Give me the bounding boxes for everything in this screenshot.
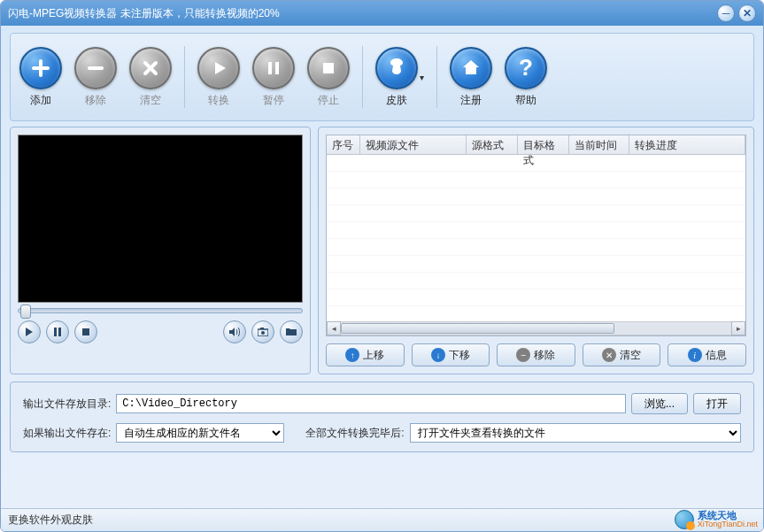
svg-rect-4	[58, 328, 61, 336]
title-bar: 闪电-MPEG视频转换器 未注册版本，只能转换视频的20% ─ ✕	[1, 1, 763, 26]
col-source[interactable]: 视频源文件	[360, 135, 467, 154]
scroll-track[interactable]	[341, 321, 731, 335]
close-button[interactable]: ✕	[738, 4, 756, 22]
play-button[interactable]	[18, 320, 41, 343]
arrow-down-icon: ↓	[431, 348, 445, 362]
after-convert-label: 全部文件转换完毕后:	[305, 426, 404, 441]
help-button[interactable]: ? 帮助	[505, 47, 547, 108]
col-time[interactable]: 当前时间	[569, 135, 629, 154]
browse-button[interactable]: 浏览...	[631, 393, 688, 414]
open-folder-button[interactable]	[280, 320, 303, 343]
pause-icon	[53, 328, 62, 336]
arrow-up-icon: ↑	[345, 348, 359, 362]
scroll-left-button[interactable]: ◂	[327, 321, 341, 335]
minus-icon: −	[516, 348, 530, 362]
open-button[interactable]: 打开	[693, 393, 741, 414]
convert-button[interactable]: 转换	[197, 47, 240, 108]
play-icon	[208, 58, 229, 79]
camera-icon	[258, 328, 268, 336]
stop-icon	[81, 328, 90, 336]
stop-playback-button[interactable]	[74, 320, 97, 343]
stop-icon	[318, 58, 339, 79]
col-srcfmt[interactable]: 源格式	[467, 135, 518, 154]
pause-icon	[263, 58, 284, 79]
svg-rect-1	[275, 62, 279, 74]
minus-icon	[85, 58, 106, 79]
seek-slider[interactable]	[18, 308, 303, 313]
svg-rect-2	[323, 63, 334, 73]
video-preview	[18, 135, 303, 303]
x-icon: ✕	[602, 348, 616, 362]
svg-rect-3	[54, 328, 57, 336]
question-icon: ?	[519, 54, 533, 81]
pause-button[interactable]: 暂停	[252, 47, 295, 108]
preview-panel	[10, 127, 311, 374]
window-title: 闪电-MPEG视频转换器 未注册版本，只能转换视频的20%	[8, 6, 714, 21]
chevron-down-icon[interactable]: ▾	[420, 73, 424, 82]
after-convert-select[interactable]: 打开文件夹查看转换的文件	[410, 423, 741, 443]
if-exists-label: 如果输出文件存在:	[23, 426, 111, 441]
globe-icon	[675, 510, 694, 529]
table-header: 序号 视频源文件 源格式 目标格式 当前时间 转换进度	[327, 135, 745, 155]
app-window: 闪电-MPEG视频转换器 未注册版本，只能转换视频的20% ─ ✕ 添加 移除 …	[0, 0, 764, 532]
col-progress[interactable]: 转换进度	[629, 135, 745, 154]
info-icon: i	[688, 348, 702, 362]
plus-icon	[30, 58, 51, 79]
clear-button[interactable]: 清空	[129, 47, 172, 108]
register-button[interactable]: 注册	[450, 47, 492, 108]
volume-button[interactable]	[223, 320, 246, 343]
speaker-icon	[229, 328, 240, 336]
move-up-button[interactable]: ↑上移	[326, 343, 405, 366]
folder-icon	[286, 328, 297, 336]
main-toolbar: 添加 移除 清空 转换 暂停 停止	[10, 33, 754, 121]
output-dir-input[interactable]	[116, 394, 626, 413]
remove-button[interactable]: 移除	[74, 47, 117, 108]
if-exists-select[interactable]: 自动生成相应的新文件名	[116, 423, 284, 443]
watermark: 系统天地 XiTongTianDi.net	[675, 510, 758, 529]
file-list-panel: 序号 视频源文件 源格式 目标格式 当前时间 转换进度 ◂ ▸ ↑上移 ↓下移 …	[318, 127, 754, 374]
clear-list-button[interactable]: ✕清空	[583, 343, 661, 366]
minimize-button[interactable]: ─	[717, 4, 735, 22]
stop-button[interactable]: 停止	[307, 47, 350, 108]
skin-icon	[384, 56, 409, 81]
pause-playback-button[interactable]	[46, 320, 69, 343]
svg-rect-0	[268, 62, 272, 74]
remove-item-button[interactable]: −移除	[497, 343, 575, 366]
svg-rect-5	[82, 328, 89, 335]
move-down-button[interactable]: ↓下移	[412, 343, 490, 366]
col-seq[interactable]: 序号	[327, 135, 360, 154]
file-table: 序号 视频源文件 源格式 目标格式 当前时间 转换进度 ◂ ▸	[326, 135, 746, 336]
play-icon	[25, 328, 34, 336]
home-icon	[460, 58, 482, 79]
x-icon	[140, 58, 161, 79]
svg-point-7	[261, 331, 265, 335]
toolbar-separator	[436, 46, 437, 108]
add-button[interactable]: 添加	[19, 47, 62, 108]
col-tgtfmt[interactable]: 目标格式	[518, 135, 569, 154]
table-body[interactable]	[327, 155, 745, 321]
svg-rect-8	[260, 328, 264, 329]
status-text: 更换软件外观皮肤	[8, 513, 93, 528]
scroll-right-button[interactable]: ▸	[731, 321, 745, 335]
scroll-thumb[interactable]	[341, 323, 614, 334]
output-dir-label: 输出文件存放目录:	[23, 397, 111, 412]
toolbar-separator	[362, 46, 363, 108]
skin-button[interactable]: 皮肤	[375, 47, 418, 108]
toolbar-separator	[184, 46, 185, 108]
status-bar: 更换软件外观皮肤 系统天地 XiTongTianDi.net	[1, 508, 763, 531]
output-panel: 输出文件存放目录: 浏览... 打开 如果输出文件存在: 自动生成相应的新文件名…	[10, 382, 754, 452]
horizontal-scrollbar[interactable]: ◂ ▸	[327, 321, 745, 335]
snapshot-button[interactable]	[251, 320, 274, 343]
info-button[interactable]: i信息	[668, 343, 746, 366]
seek-thumb[interactable]	[20, 305, 31, 319]
